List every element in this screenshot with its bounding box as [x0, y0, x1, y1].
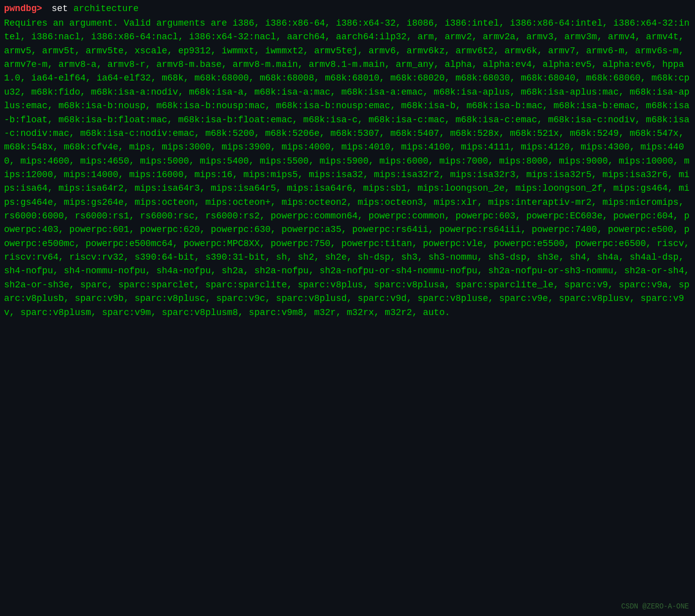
prompt-argument: architecture [68, 2, 138, 16]
prompt-line: pwndbg> set architecture [4, 2, 691, 16]
watermark: CSDN @ZERO-A-ONE [621, 601, 689, 612]
prompt-prefix: pwndbg> [4, 2, 42, 16]
terminal-window: pwndbg> set architecture Requires an arg… [0, 0, 695, 616]
prompt-arrow [42, 2, 48, 16]
terminal-output: Requires an argument. Valid arguments ar… [4, 17, 691, 320]
prompt-command: set [51, 2, 67, 16]
